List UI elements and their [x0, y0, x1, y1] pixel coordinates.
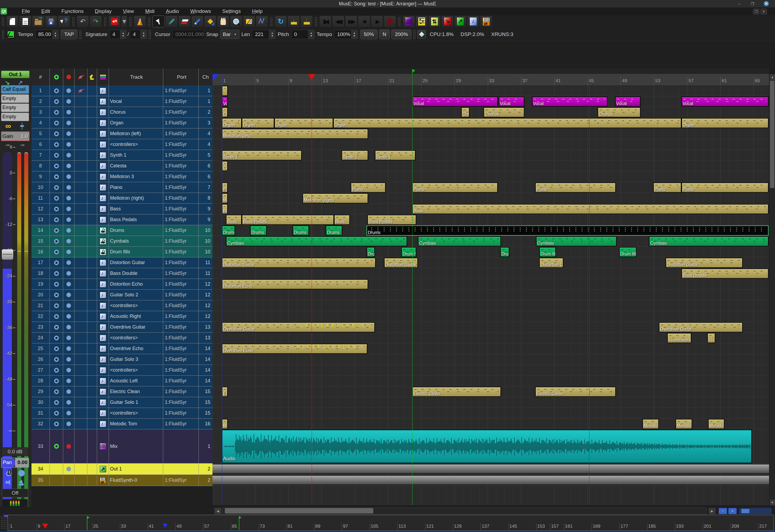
track-port[interactable]: 1:FluidSyr	[163, 333, 199, 343]
track-off-toggle[interactable]	[74, 419, 87, 429]
overview-marker-flag-icon[interactable]	[87, 516, 87, 530]
track-channel[interactable]: 14	[199, 376, 213, 386]
record-arm-toggle[interactable]	[50, 268, 63, 279]
part-cymbals[interactable]: Cymbals	[536, 236, 617, 246]
snap-select[interactable]: Bar▼	[220, 30, 239, 39]
track-name[interactable]: Bass Double	[109, 268, 163, 279]
track-port[interactable]: 1:FluidSyr	[163, 311, 199, 322]
tempo-spin-arrows[interactable]: ▲▼	[52, 30, 58, 39]
part-piano[interactable]: Piano	[681, 182, 769, 193]
track-off-toggle[interactable]	[74, 257, 87, 268]
pencil-tool-button[interactable]	[165, 16, 178, 27]
part-electric-clean[interactable]: Electric Clean	[222, 387, 228, 397]
record-arm-toggle[interactable]	[50, 193, 63, 203]
draw-tool-button[interactable]	[191, 16, 204, 27]
track-channel[interactable]: 10	[199, 225, 213, 236]
tap-button[interactable]: TAP	[61, 30, 77, 39]
part-drums[interactable]: Drums	[367, 225, 769, 236]
toolbar-drag-handle[interactable]	[398, 17, 401, 26]
automation-tool-button[interactable]	[256, 16, 268, 27]
track-off-toggle[interactable]	[74, 322, 87, 332]
solo-toggle[interactable]	[87, 386, 97, 397]
track-row-29[interactable]: 29Electric Clean1:FluidSyr15	[31, 386, 213, 397]
zoom-in-button[interactable]: +	[728, 508, 737, 514]
track-row-9[interactable]: 9Mellotron 31:FluidSyr6	[31, 171, 213, 182]
overview-playhead-triangle[interactable]	[42, 524, 48, 529]
track-off-toggle[interactable]	[74, 429, 87, 463]
save-button[interactable]	[45, 16, 57, 27]
arranger-lane-34[interactable]	[213, 463, 769, 475]
fader-icon[interactable]	[19, 123, 25, 130]
record-arm-toggle[interactable]	[50, 290, 63, 300]
solo-toggle[interactable]	[87, 419, 97, 429]
track-class-icon[interactable]	[97, 161, 109, 171]
effect-slot-1[interactable]: Calf Equali	[1, 85, 29, 94]
mute-toggle[interactable]	[63, 343, 74, 354]
track-class-icon[interactable]	[97, 118, 109, 128]
mute-toggle[interactable]	[63, 354, 74, 365]
track-name[interactable]: Vocal	[109, 96, 163, 107]
menu-view[interactable]: View	[117, 8, 139, 15]
track-off-toggle[interactable]	[74, 475, 87, 486]
arranger-lane-33[interactable]: Audio	[213, 429, 769, 463]
record-arm-toggle[interactable]	[50, 118, 63, 128]
track-name[interactable]: Distortion Echo	[109, 279, 163, 289]
track-row-33[interactable]: 33Mix1	[31, 429, 213, 463]
track-class-icon[interactable]	[97, 193, 109, 203]
track-port[interactable]: 1:FluidSyr	[163, 247, 199, 257]
track-port[interactable]: 1:FluidSyr	[163, 236, 199, 246]
track-row-20[interactable]: 20Guitar Solo 21:FluidSyr12	[31, 290, 213, 300]
part-drums[interactable]: Drums	[222, 225, 235, 236]
track-channel[interactable]: 9	[199, 214, 213, 225]
part-electric-clean[interactable]: Electric Clean	[412, 387, 501, 397]
menu-midi[interactable]: Midi	[139, 8, 160, 15]
track-row-32[interactable]: 32Melodic Tom1:FluidSyr16	[31, 419, 213, 429]
mute-toggle[interactable]	[63, 333, 74, 343]
solo-toggle[interactable]	[87, 322, 97, 332]
overview-locator-triangle[interactable]	[163, 524, 167, 528]
punchin-flag-button[interactable]	[441, 16, 454, 27]
toolbar-drag-handle[interactable]	[2, 30, 4, 39]
arranger-lane-12[interactable]: BassBass	[213, 204, 769, 214]
track-port[interactable]: 1:FluidSyr	[163, 107, 199, 117]
arranger-lane-31[interactable]	[213, 408, 769, 419]
track-off-toggle[interactable]	[74, 397, 87, 408]
track-row-30[interactable]: 30Guitar Solo 11:FluidSyr15	[31, 397, 213, 408]
track-class-icon[interactable]	[97, 343, 109, 354]
track-row-34[interactable]: 34Out 12	[31, 463, 213, 475]
output-route-button[interactable]: Out 1	[1, 71, 30, 78]
track-off-toggle[interactable]	[74, 408, 87, 418]
track-row-8[interactable]: 8Celesta1:FluidSyr6	[31, 161, 213, 171]
mute-toggle[interactable]	[63, 214, 74, 225]
track-row-2[interactable]: 2Vocal1:FluidSyr1	[31, 96, 213, 107]
track-off-toggle[interactable]	[74, 150, 87, 160]
mute-toggle[interactable]	[63, 365, 74, 375]
mixer-button[interactable]	[415, 16, 428, 27]
part--controllers-[interactable]: <controllers>	[707, 333, 716, 343]
mute-toggle[interactable]	[63, 182, 74, 193]
part-vocal[interactable]: Vocal	[222, 96, 228, 107]
record-arm-toggle[interactable]	[50, 333, 63, 343]
part-cymbals[interactable]: Cymbals	[418, 236, 501, 246]
track-name[interactable]: Bass	[109, 204, 163, 214]
toolbar-drag-handle[interactable]	[413, 30, 416, 39]
arranger-lane-30[interactable]	[213, 397, 769, 408]
track-name[interactable]: Mellotron (left)	[109, 128, 163, 139]
track-channel[interactable]: 6	[199, 171, 213, 182]
solo-toggle[interactable]	[87, 397, 97, 408]
track-class-icon[interactable]	[97, 429, 109, 463]
cycle-button[interactable]	[428, 16, 441, 27]
playhead-triangle[interactable]	[308, 74, 315, 80]
track-class-icon[interactable]	[97, 463, 109, 475]
punch-out-button[interactable]: ↑	[300, 16, 313, 27]
record-arm-toggle[interactable]	[50, 257, 63, 268]
punchout-flag-button[interactable]	[454, 16, 466, 27]
part-organ[interactable]: Organ	[333, 118, 681, 128]
arranger-lane-21[interactable]	[213, 300, 769, 311]
solo-toggle[interactable]	[87, 236, 97, 246]
track-off-toggle[interactable]	[74, 236, 87, 246]
track-row-6[interactable]: 6<controllers>1:FluidSyr4	[31, 139, 213, 150]
mute-toggle[interactable]	[63, 322, 74, 332]
track-port[interactable]: 1:FluidSyr	[163, 171, 199, 182]
track-name[interactable]: Acoustic Left	[109, 376, 163, 386]
